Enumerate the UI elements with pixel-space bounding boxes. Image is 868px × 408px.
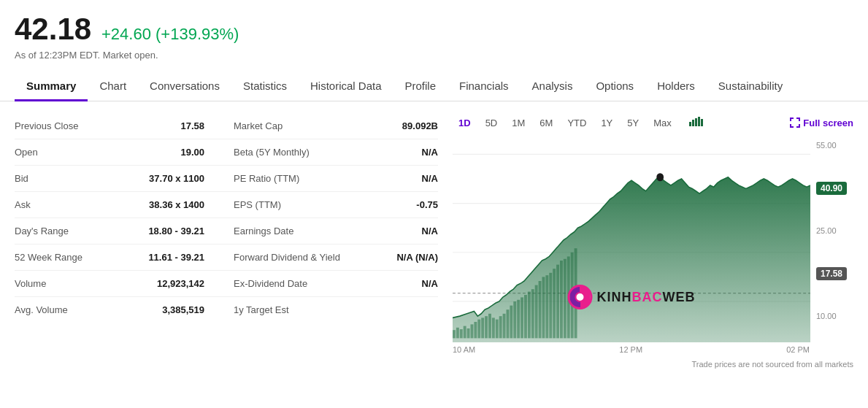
close-price-label: 17.58 bbox=[816, 267, 847, 280]
x-label-12pm: 12 PM bbox=[619, 345, 642, 354]
svg-rect-11 bbox=[456, 328, 459, 339]
tab-historical-data[interactable]: Historical Data bbox=[299, 72, 393, 101]
tab-profile[interactable]: Profile bbox=[393, 72, 448, 101]
table-row: Open 19.00 Beta (5Y Monthly) N/A bbox=[15, 139, 438, 166]
price-change: +24.60 (+139.93%) bbox=[101, 25, 239, 43]
svg-rect-31 bbox=[528, 292, 531, 339]
svg-rect-24 bbox=[503, 314, 506, 339]
time-btn-1m[interactable]: 1M bbox=[506, 115, 531, 131]
svg-rect-1 bbox=[692, 120, 694, 126]
tab-holders[interactable]: Holders bbox=[645, 72, 707, 101]
svg-rect-19 bbox=[485, 316, 488, 338]
table-row: Volume 12,923,142 Ex-Dividend Date N/A bbox=[15, 271, 438, 297]
svg-rect-12 bbox=[460, 329, 463, 338]
svg-rect-32 bbox=[531, 289, 534, 338]
svg-rect-0 bbox=[689, 122, 691, 126]
svg-rect-37 bbox=[549, 273, 552, 339]
svg-rect-3 bbox=[698, 117, 700, 126]
chart-canvas: KINHBACWEB bbox=[453, 138, 810, 342]
table-row: Bid 37.70 x 1100 PE Ratio (TTM) N/A bbox=[15, 166, 438, 192]
nav-tabs: Summary Chart Conversations Statistics H… bbox=[0, 72, 868, 101]
svg-rect-4 bbox=[701, 119, 703, 126]
svg-rect-20 bbox=[488, 314, 491, 339]
table-row: Day's Range 18.80 - 39.21 Earnings Date … bbox=[15, 218, 438, 245]
svg-rect-21 bbox=[492, 317, 495, 338]
y-label-25: 25.00 bbox=[816, 226, 853, 235]
svg-rect-22 bbox=[496, 320, 499, 339]
svg-rect-34 bbox=[539, 281, 542, 338]
svg-rect-28 bbox=[517, 300, 520, 339]
price-timestamp: As of 12:23PM EDT. Market open. bbox=[15, 50, 853, 61]
tab-financials[interactable]: Financials bbox=[448, 72, 521, 101]
tab-sustainability[interactable]: Sustainability bbox=[707, 72, 794, 101]
tab-analysis[interactable]: Analysis bbox=[521, 72, 585, 101]
tab-options[interactable]: Options bbox=[584, 72, 645, 101]
table-row: Ask 38.36 x 1400 EPS (TTM) -0.75 bbox=[15, 192, 438, 218]
chart-svg bbox=[453, 138, 810, 342]
svg-rect-18 bbox=[481, 317, 484, 338]
svg-point-45 bbox=[656, 173, 664, 181]
time-btn-1y[interactable]: 1Y bbox=[595, 115, 618, 131]
current-price-label: 40.90 bbox=[816, 182, 847, 195]
tab-conversations[interactable]: Conversations bbox=[138, 72, 231, 101]
x-axis-labels: 10 AM 12 PM 02 PM bbox=[453, 342, 853, 357]
svg-rect-29 bbox=[521, 297, 523, 338]
svg-rect-27 bbox=[513, 301, 516, 338]
chart-section: 1D 5D 1M 6M YTD 1Y 5Y Max Full screen bbox=[453, 113, 853, 369]
svg-rect-39 bbox=[556, 265, 559, 339]
time-btn-6m[interactable]: 6M bbox=[534, 115, 558, 131]
table-row: Previous Close 17.58 Market Cap 89.092B bbox=[15, 113, 438, 139]
svg-rect-35 bbox=[542, 277, 545, 338]
svg-rect-38 bbox=[553, 269, 556, 338]
current-price: 42.18 bbox=[15, 12, 91, 46]
svg-rect-10 bbox=[453, 330, 456, 338]
svg-rect-41 bbox=[564, 259, 566, 339]
svg-rect-14 bbox=[467, 328, 470, 338]
svg-rect-15 bbox=[471, 324, 474, 338]
y-label-10: 10.00 bbox=[816, 312, 853, 320]
x-label-10am: 10 AM bbox=[453, 345, 475, 354]
table-row: Avg. Volume 3,385,519 1y Target Est bbox=[15, 297, 438, 323]
svg-rect-13 bbox=[464, 326, 466, 339]
svg-rect-26 bbox=[510, 306, 512, 339]
time-btn-ytd[interactable]: YTD bbox=[561, 115, 592, 131]
svg-rect-25 bbox=[507, 309, 510, 338]
svg-rect-30 bbox=[524, 295, 527, 338]
chart-disclaimer: Trade prices are not sourced from all ma… bbox=[453, 360, 853, 369]
fullscreen-btn[interactable]: Full screen bbox=[790, 118, 853, 128]
time-btn-5d[interactable]: 5D bbox=[480, 115, 504, 131]
header: 42.18 +24.60 (+139.93%) As of 12:23PM ED… bbox=[0, 0, 868, 66]
svg-rect-2 bbox=[695, 118, 697, 126]
watermark-logo-icon bbox=[568, 285, 593, 309]
price-display: 42.18 +24.60 (+139.93%) bbox=[15, 12, 853, 47]
svg-rect-23 bbox=[499, 316, 502, 338]
watermark-text: KINHBACWEB bbox=[597, 290, 696, 305]
svg-rect-40 bbox=[560, 261, 563, 338]
tab-chart[interactable]: Chart bbox=[88, 72, 138, 101]
y-label-55: 55.00 bbox=[816, 141, 853, 150]
svg-rect-16 bbox=[474, 322, 477, 338]
change-percent: (+139.93%) bbox=[155, 25, 239, 43]
time-btn-max[interactable]: Max bbox=[648, 115, 677, 131]
stats-table: Previous Close 17.58 Market Cap 89.092B … bbox=[15, 113, 438, 369]
svg-rect-17 bbox=[477, 320, 480, 339]
change-amount: +24.60 bbox=[101, 25, 151, 43]
tab-statistics[interactable]: Statistics bbox=[231, 72, 299, 101]
svg-rect-36 bbox=[545, 275, 548, 338]
table-row: 52 Week Range 11.61 - 39.21 Forward Divi… bbox=[15, 245, 438, 271]
tab-summary[interactable]: Summary bbox=[15, 72, 88, 101]
fullscreen-label: Full screen bbox=[803, 118, 853, 128]
svg-rect-33 bbox=[535, 285, 538, 339]
chart-controls: 1D 5D 1M 6M YTD 1Y 5Y Max Full screen bbox=[453, 113, 853, 132]
time-btn-1d[interactable]: 1D bbox=[453, 115, 477, 131]
x-label-02pm: 02 PM bbox=[786, 345, 810, 354]
main-content: Previous Close 17.58 Market Cap 89.092B … bbox=[0, 101, 868, 369]
y-axis-labels: 55.00 40.90 25.00 17.58 10.00 bbox=[813, 138, 853, 342]
watermark: KINHBACWEB bbox=[568, 285, 696, 309]
time-btn-5y[interactable]: 5Y bbox=[621, 115, 645, 131]
chart-type-btn[interactable] bbox=[683, 113, 710, 132]
